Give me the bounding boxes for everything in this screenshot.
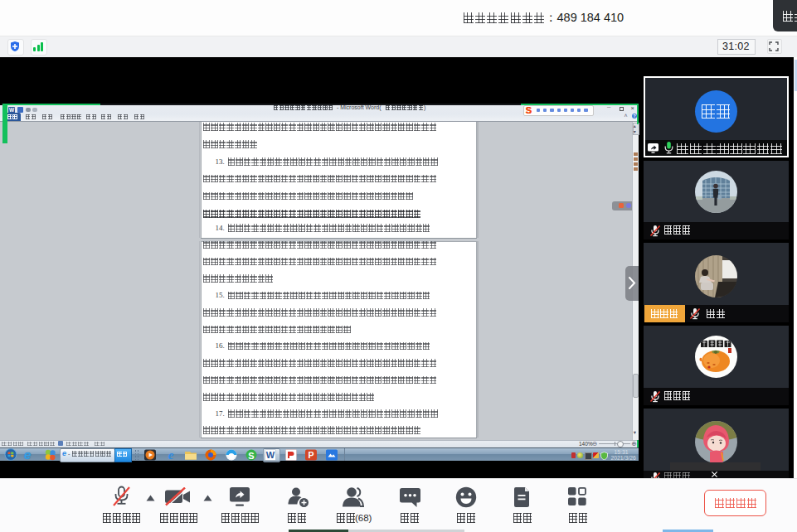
svg-text:W: W bbox=[266, 450, 275, 460]
svg-text:S: S bbox=[248, 451, 254, 461]
svg-text:e: e bbox=[168, 449, 174, 461]
svg-text:P: P bbox=[308, 450, 313, 460]
